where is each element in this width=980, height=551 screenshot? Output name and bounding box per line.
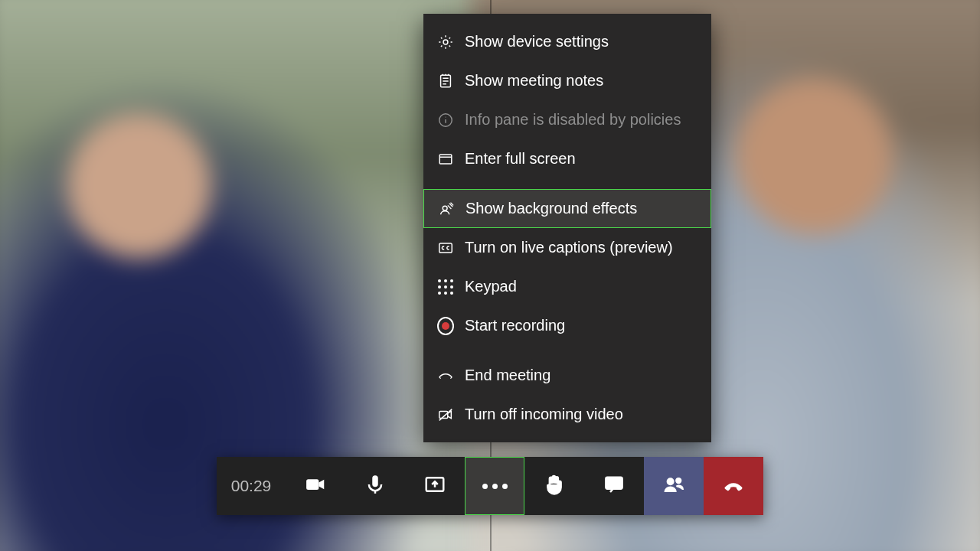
share-screen-icon [423,473,446,499]
menu-item-start-recording[interactable]: Start recording [423,306,711,345]
participants-button[interactable] [644,457,704,515]
camera-button[interactable] [286,457,345,515]
menu-item-label: Keypad [465,278,517,295]
people-icon [662,473,685,499]
svg-point-12 [668,479,674,485]
end-meeting-icon [437,367,454,384]
menu-item-end-meeting[interactable]: End meeting [423,356,711,395]
menu-item-full-screen[interactable]: Enter full screen [423,139,711,178]
menu-item-keypad[interactable]: Keypad [423,267,711,306]
share-button[interactable] [405,457,465,515]
menu-item-label: Show meeting notes [465,72,603,90]
menu-item-device-settings[interactable]: Show device settings [423,22,711,61]
svg-rect-8 [306,479,318,490]
hand-icon [543,473,566,499]
menu-item-label: Enter full screen [465,150,576,168]
menu-item-label: End meeting [465,367,550,384]
menu-item-background-effects[interactable]: Show background effects [423,189,711,228]
mic-icon [364,473,387,499]
more-actions-button[interactable] [465,457,524,515]
svg-point-13 [676,478,681,483]
hangup-button[interactable] [704,457,763,515]
menu-separator [423,345,711,356]
menu-item-meeting-notes[interactable]: Show meeting notes [423,61,711,100]
menu-item-label: Show background effects [466,200,637,217]
gear-icon [437,34,454,51]
cc-icon [437,240,454,256]
svg-rect-4 [439,155,452,164]
svg-point-5 [443,206,447,210]
menu-separator [423,178,711,189]
fullscreen-icon [437,151,454,168]
hangup-icon [722,473,745,499]
more-icon [482,484,508,489]
menu-item-label: Show device settings [465,33,609,51]
menu-item-label: Info pane is disabled by policies [465,111,681,129]
background-effects-icon [438,201,455,217]
menu-item-label: Turn off incoming video [465,406,623,423]
chat-icon [603,473,626,499]
call-timer-value: 00:29 [231,477,272,495]
svg-rect-9 [372,475,378,487]
menu-item-incoming-video-off[interactable]: Turn off incoming video [423,395,711,434]
svg-point-0 [443,40,448,44]
call-toolbar: 00:29 [217,457,763,515]
raise-hand-button[interactable] [524,457,584,515]
svg-rect-6 [439,243,452,253]
record-icon [437,318,454,334]
camera-icon [304,473,327,499]
mic-button[interactable] [345,457,405,515]
chat-button[interactable] [584,457,644,515]
menu-item-info-pane-disabled: Info pane is disabled by policies [423,100,711,139]
svg-rect-11 [606,478,622,489]
more-actions-menu: Show device settings Show meeting notes … [423,14,711,442]
notes-icon [437,73,454,90]
call-timer: 00:29 [217,457,286,515]
keypad-icon [437,279,454,295]
menu-item-label: Start recording [465,317,565,334]
video-off-icon [437,406,454,423]
info-icon [437,112,454,129]
svg-point-3 [445,116,446,117]
menu-item-label: Turn on live captions (preview) [465,239,673,256]
menu-item-live-captions[interactable]: Turn on live captions (preview) [423,228,711,267]
